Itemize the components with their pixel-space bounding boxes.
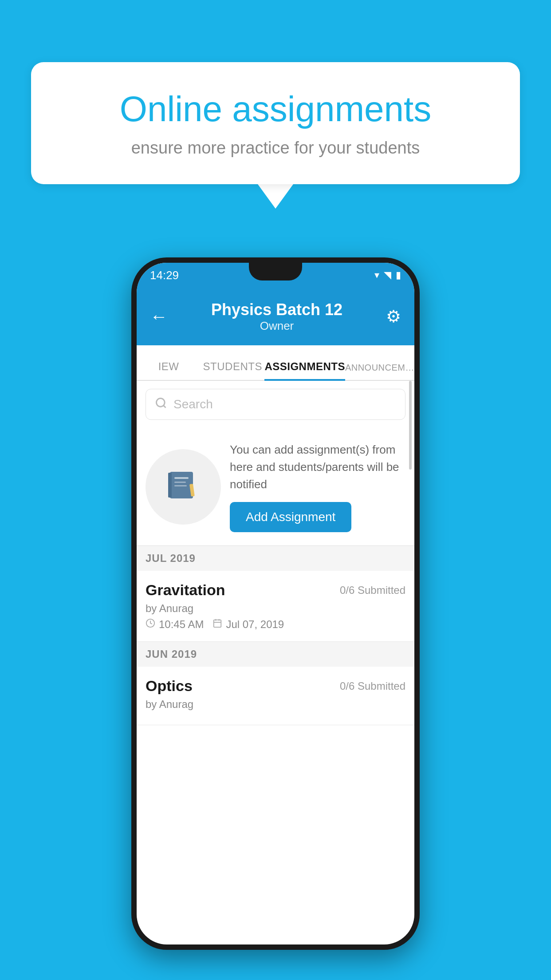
tab-announcements[interactable]: ANNOUNCEM…	[345, 363, 414, 380]
svg-point-0	[157, 398, 165, 407]
header-subtitle: Owner	[211, 319, 342, 333]
status-bar: 14:29 ▾ ◥ ▮	[137, 263, 414, 288]
speech-bubble-area: Online assignments ensure more practice …	[31, 62, 520, 209]
status-time: 14:29	[150, 269, 179, 282]
assignment-meta: 10:45 AM Jul 07, 2019	[146, 618, 405, 631]
back-button[interactable]: ←	[150, 307, 168, 327]
search-input[interactable]: Search	[146, 389, 405, 420]
header-title-area: Physics Batch 12 Owner	[211, 300, 342, 333]
search-icon	[155, 397, 167, 412]
assignment-top: Gravitation 0/6 Submitted	[146, 581, 405, 599]
svg-rect-3	[168, 473, 172, 498]
meta-date: Jul 07, 2019	[213, 618, 284, 631]
speech-bubble-subtitle: ensure more practice for your students	[67, 138, 484, 158]
assignment-item-optics[interactable]: Optics 0/6 Submitted by Anurag	[137, 667, 414, 725]
signal-icon: ◥	[384, 269, 391, 281]
speech-bubble: Online assignments ensure more practice …	[31, 62, 520, 184]
section-header-jun: JUN 2019	[137, 642, 414, 667]
app-header: ← Physics Batch 12 Owner ⚙	[137, 288, 414, 345]
settings-icon[interactable]: ⚙	[386, 307, 401, 326]
promo-icon-circle	[146, 449, 221, 525]
svg-line-1	[163, 405, 165, 407]
assignment-submitted: 0/6 Submitted	[340, 584, 405, 597]
add-assignment-button[interactable]: Add Assignment	[230, 502, 351, 532]
svg-rect-6	[174, 485, 187, 486]
tab-assignments[interactable]: ASSIGNMENTS	[264, 360, 345, 380]
calendar-icon	[213, 618, 222, 631]
svg-rect-9	[214, 620, 221, 628]
wifi-icon: ▾	[374, 269, 379, 281]
assignment-time: 10:45 AM	[159, 618, 204, 631]
search-container: Search	[137, 381, 414, 428]
status-icons: ▾ ◥ ▮	[374, 269, 401, 281]
assignment-optics-top: Optics 0/6 Submitted	[146, 677, 405, 695]
speech-bubble-title: Online assignments	[67, 89, 484, 130]
battery-icon: ▮	[396, 269, 401, 281]
notch	[249, 263, 302, 281]
add-promo-section: You can add assignment(s) from here and …	[137, 428, 414, 546]
notebook-icon	[165, 468, 201, 506]
svg-rect-4	[174, 477, 189, 479]
speech-bubble-arrow	[258, 184, 293, 209]
meta-time: 10:45 AM	[146, 618, 204, 631]
phone-screen: 14:29 ▾ ◥ ▮ ← Physics Batch 12 Owner ⚙ I…	[137, 263, 414, 944]
optics-submitted: 0/6 Submitted	[340, 680, 405, 692]
assignment-name: Gravitation	[146, 581, 225, 599]
svg-rect-5	[174, 482, 186, 483]
search-placeholder-text: Search	[173, 397, 213, 411]
header-title: Physics Batch 12	[211, 300, 342, 319]
assignment-by: by Anurag	[146, 602, 405, 615]
tabs-container: IEW STUDENTS ASSIGNMENTS ANNOUNCEM…	[137, 345, 414, 381]
tab-students[interactable]: STUDENTS	[201, 360, 264, 380]
promo-content: You can add assignment(s) from here and …	[230, 441, 405, 532]
optics-name: Optics	[146, 677, 193, 695]
assignment-item-gravitation[interactable]: Gravitation 0/6 Submitted by Anurag 10:4…	[137, 571, 414, 642]
clock-icon	[146, 618, 155, 631]
section-header-jul: JUL 2019	[137, 546, 414, 571]
phone-mockup: 14:29 ▾ ◥ ▮ ← Physics Batch 12 Owner ⚙ I…	[131, 257, 420, 950]
tab-iew[interactable]: IEW	[137, 360, 201, 380]
scrollbar[interactable]	[409, 381, 412, 470]
optics-by: by Anurag	[146, 698, 405, 711]
assignment-date: Jul 07, 2019	[226, 618, 284, 631]
promo-description: You can add assignment(s) from here and …	[230, 441, 405, 493]
